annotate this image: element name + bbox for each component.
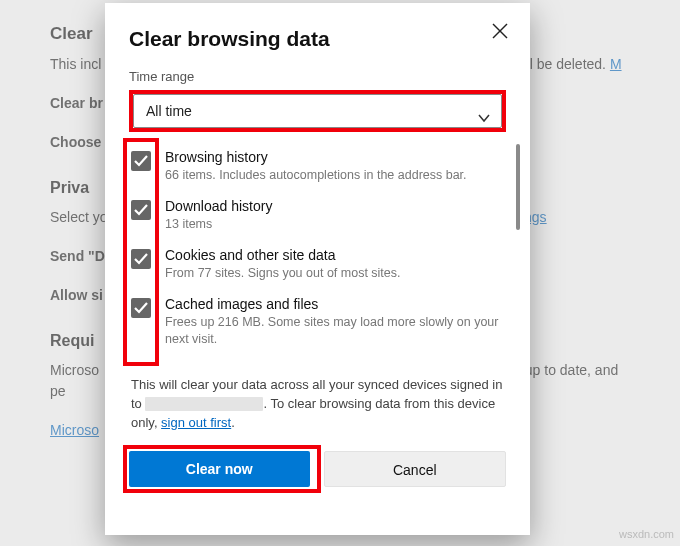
item-subtitle: 13 items — [165, 216, 272, 233]
highlight-time-range: All time — [129, 90, 506, 132]
sync-note: This will clear your data across all you… — [129, 376, 506, 433]
item-cached[interactable]: Cached images and files Frees up 216 MB.… — [129, 289, 506, 355]
close-icon — [492, 23, 508, 39]
item-subtitle: 66 items. Includes autocompletions in th… — [165, 167, 467, 184]
time-range-select[interactable]: All time — [133, 94, 502, 128]
checkmark-icon — [134, 301, 148, 315]
item-download-history[interactable]: Download history 13 items — [129, 191, 506, 240]
sign-out-link[interactable]: sign out first — [161, 415, 231, 430]
close-button[interactable] — [490, 23, 510, 43]
checkbox-cached[interactable] — [131, 298, 151, 318]
checkmark-icon — [134, 252, 148, 266]
cancel-button[interactable]: Cancel — [324, 451, 507, 487]
item-title: Download history — [165, 198, 272, 214]
item-subtitle: Frees up 216 MB. Some sites may load mor… — [165, 314, 502, 348]
checkmark-icon — [134, 203, 148, 217]
item-title: Cookies and other site data — [165, 247, 401, 263]
item-title: Cached images and files — [165, 296, 502, 312]
redacted-account — [145, 397, 263, 411]
dialog-title: Clear browsing data — [129, 27, 506, 51]
item-title: Browsing history — [165, 149, 467, 165]
checkmark-icon — [134, 154, 148, 168]
chevron-down-icon — [477, 104, 491, 118]
item-browsing-history[interactable]: Browsing history 66 items. Includes auto… — [129, 142, 506, 191]
scrollbar-thumb[interactable] — [516, 144, 520, 230]
dialog-button-row: Clear now Cancel — [129, 451, 506, 487]
checkbox-cookies[interactable] — [131, 249, 151, 269]
checkbox-browsing-history[interactable] — [131, 151, 151, 171]
item-subtitle: From 77 sites. Signs you out of most sit… — [165, 265, 401, 282]
watermark: wsxdn.com — [619, 528, 674, 540]
clear-browsing-data-dialog: Clear browsing data Time range All time … — [105, 3, 530, 535]
checkbox-download-history[interactable] — [131, 200, 151, 220]
item-cookies[interactable]: Cookies and other site data From 77 site… — [129, 240, 506, 289]
time-range-label: Time range — [129, 69, 506, 84]
clear-now-button[interactable]: Clear now — [129, 451, 310, 487]
data-type-list: Browsing history 66 items. Includes auto… — [129, 142, 506, 370]
time-range-value: All time — [146, 103, 192, 119]
